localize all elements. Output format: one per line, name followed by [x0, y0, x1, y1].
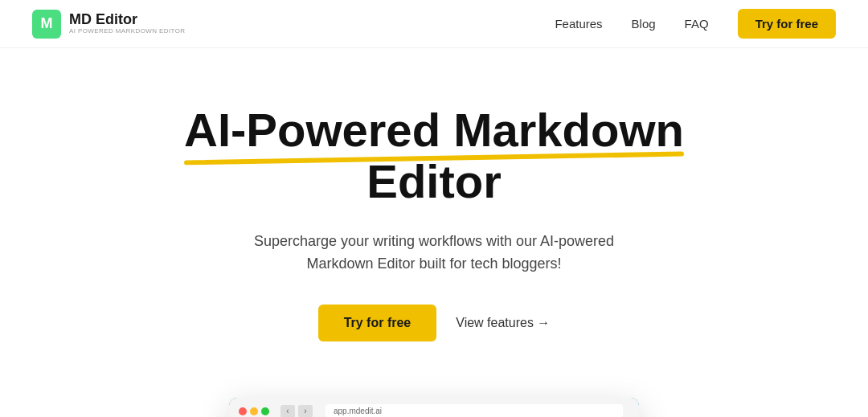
logo-subtitle: AI POWERED MARKDOWN EDITOR [69, 28, 185, 35]
logo[interactable]: M MD Editor AI POWERED MARKDOWN EDITOR [32, 10, 185, 39]
browser-bar: ‹ › app.mdedit.ai [229, 398, 639, 417]
forward-button-icon: › [298, 405, 313, 417]
nav-cta-button[interactable]: Try for free [738, 9, 836, 39]
app-screenshot: ‹ › app.mdedit.ai M MD Editor Text To Sp… [229, 398, 639, 417]
app-screenshot-wrapper: ‹ › app.mdedit.ai M MD Editor Text To Sp… [0, 398, 868, 417]
hero-buttons: Try for free View features → [318, 305, 551, 341]
hero-cta-primary[interactable]: Try for free [318, 305, 437, 341]
back-button-icon: ‹ [280, 405, 295, 417]
nav-blog[interactable]: Blog [632, 17, 656, 31]
hero-heading-line2: Editor [366, 155, 502, 207]
logo-title: MD Editor [69, 12, 185, 28]
logo-icon: M [32, 10, 61, 39]
dot-close [239, 407, 247, 415]
hero-subtitle: Supercharge your writing workflows with … [225, 230, 643, 276]
dot-minimize [250, 407, 258, 415]
hero-heading: AI-Powered Markdown Editor [184, 104, 684, 207]
nav-faq[interactable]: FAQ [685, 17, 709, 31]
browser-dots [239, 407, 269, 415]
nav-features[interactable]: Features [555, 17, 602, 31]
browser-url: app.mdedit.ai [326, 404, 623, 417]
hero-section: AI-Powered Markdown Editor Supercharge y… [0, 48, 868, 374]
hero-heading-highlight: AI-Powered Markdown [184, 104, 684, 156]
logo-text: MD Editor AI POWERED MARKDOWN EDITOR [69, 12, 185, 35]
browser-nav-buttons: ‹ › [280, 405, 313, 417]
navbar: M MD Editor AI POWERED MARKDOWN EDITOR F… [0, 0, 868, 48]
nav-links: Features Blog FAQ Try for free [555, 9, 836, 39]
dot-maximize [261, 407, 269, 415]
hero-cta-secondary[interactable]: View features → [456, 316, 550, 330]
